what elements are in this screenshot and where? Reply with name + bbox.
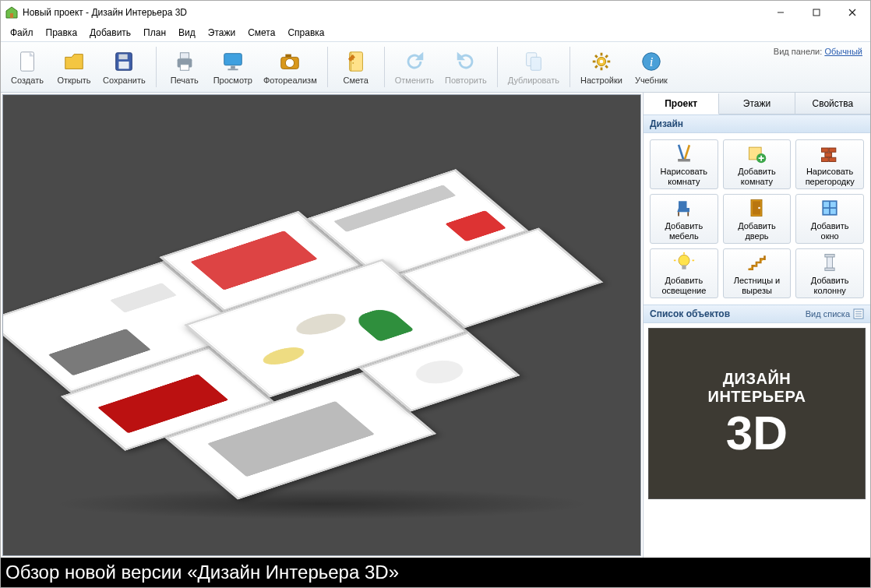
menu-view[interactable]: Вид [172, 26, 202, 40]
svg-rect-65 [825, 255, 834, 258]
svg-rect-9 [119, 55, 128, 60]
draw-partition-button[interactable]: Нарисоватьперегородку [795, 139, 864, 189]
section-design-header: Дизайн [644, 114, 870, 133]
svg-point-24 [352, 62, 354, 64]
maximize-button[interactable] [799, 1, 834, 24]
design-buttons-grid: НарисоватькомнатуДобавитькомнатуНарисова… [644, 133, 870, 305]
draw-room-button[interactable]: Нарисоватькомнату [650, 139, 718, 189]
menu-file[interactable]: Файл [4, 26, 40, 40]
door-icon [746, 197, 767, 219]
section-objects-title: Список объектов [650, 308, 730, 319]
svg-point-59 [679, 255, 689, 266]
main-area: Проект Этажи Свойства Дизайн Нарисоватьк… [1, 93, 870, 558]
caption-text: Обзор новой версии «Дизайн Интерьера 3D» [5, 562, 399, 583]
photoreal-label: Фотореализм [263, 76, 317, 85]
create-button[interactable]: Создать [4, 44, 51, 90]
menu-estimate[interactable]: Смета [242, 26, 281, 40]
main-toolbar: СоздатьОткрытьСохранитьПечатьПросмотрФот… [1, 41, 870, 93]
app-icon [5, 6, 18, 19]
svg-rect-20 [349, 52, 362, 71]
section-design-title: Дизайн [650, 118, 683, 129]
right-tabs: Проект Этажи Свойства [644, 93, 870, 114]
svg-point-55 [759, 207, 761, 209]
monitor-icon [220, 49, 245, 74]
tutorial-button[interactable]: iУчебник [628, 44, 675, 90]
file-icon [15, 49, 40, 74]
svg-rect-16 [227, 69, 238, 70]
redo-label: Повторить [445, 76, 487, 85]
3d-viewport[interactable] [2, 94, 641, 556]
menu-plan[interactable]: План [137, 26, 172, 40]
photoreal-button[interactable]: Фотореализм [258, 44, 323, 90]
redo-button: Повторить [439, 44, 492, 90]
menu-bar: Файл Правка Добавить План Вид Этажи Смет… [1, 24, 870, 41]
list-view-button[interactable] [853, 308, 864, 319]
stairs-cutout-label: Лестницы ивырезы [734, 276, 781, 294]
roomplus-icon [746, 143, 767, 164]
floppy-icon [111, 49, 136, 74]
add-room-button[interactable]: Добавитькомнату [723, 139, 792, 189]
thumb-line1: ДИЗАЙН [723, 370, 791, 388]
undo-icon [402, 49, 427, 74]
add-column-label: Добавитьколонну [811, 276, 849, 294]
wall-icon [819, 143, 841, 164]
promo-thumbnail[interactable]: ДИЗАЙН ИНТЕРЬЕРА 3D [648, 328, 866, 499]
print-button[interactable]: Печать [161, 44, 208, 90]
svg-rect-1 [10, 13, 13, 18]
svg-rect-50 [829, 158, 836, 162]
right-panel: Проект Этажи Свойства Дизайн Нарисоватьк… [643, 93, 870, 558]
add-door-label: Добавитьдверь [738, 221, 776, 240]
printer-icon [172, 49, 197, 74]
create-label: Создать [11, 76, 44, 85]
tools-icon [673, 143, 695, 164]
estimate-label: Смета [344, 76, 368, 85]
svg-point-18 [286, 58, 294, 67]
menu-add[interactable]: Добавить [83, 26, 137, 40]
svg-rect-13 [180, 65, 189, 71]
save-button[interactable]: Сохранить [97, 44, 151, 90]
notebook-icon [344, 49, 368, 74]
info-icon: i [639, 49, 664, 74]
settings-label: Настройки [580, 76, 622, 85]
svg-text:i: i [650, 55, 654, 69]
draw-partition-label: Нарисоватьперегородку [806, 167, 855, 185]
undo-button: Отменить [390, 44, 439, 90]
svg-rect-12 [180, 53, 189, 59]
panel-type: Вид панели: Обычный [774, 47, 862, 56]
folder-icon [62, 49, 86, 74]
svg-line-33 [595, 55, 598, 58]
add-window-button[interactable]: Добавитьокно [795, 194, 864, 244]
svg-rect-48 [825, 153, 832, 157]
minimize-button[interactable] [763, 1, 799, 24]
list-view-label: Вид списка [806, 309, 850, 319]
preview-button[interactable]: Просмотр [208, 44, 258, 90]
svg-rect-10 [119, 62, 129, 69]
add-lighting-label: Добавитьосвещение [661, 276, 706, 294]
tab-floors[interactable]: Этажи [719, 93, 795, 114]
svg-rect-46 [822, 148, 829, 152]
menu-edit[interactable]: Правка [40, 26, 84, 40]
save-label: Сохранить [103, 76, 146, 85]
stairs-cutout-button[interactable]: Лестницы ивырезы [723, 248, 792, 298]
settings-button[interactable]: Настройки [575, 44, 628, 90]
close-button[interactable] [834, 1, 870, 24]
column-icon [819, 252, 841, 273]
tab-properties[interactable]: Свойства [795, 93, 870, 114]
copy-icon [521, 49, 546, 74]
menu-help[interactable]: Справка [281, 26, 330, 40]
open-label: Открыть [57, 76, 90, 85]
menu-floors[interactable]: Этажи [202, 26, 242, 40]
svg-line-35 [605, 55, 608, 58]
svg-rect-14 [224, 54, 242, 65]
panel-type-link[interactable]: Обычный [824, 47, 862, 56]
svg-point-36 [600, 60, 604, 64]
add-window-label: Добавитьокно [811, 221, 849, 240]
add-column-button[interactable]: Добавитьколонну [795, 248, 864, 298]
add-furniture-button[interactable]: Добавитьмебель [650, 194, 718, 244]
tab-project[interactable]: Проект [644, 93, 719, 114]
add-lighting-button[interactable]: Добавитьосвещение [650, 248, 718, 298]
estimate-button[interactable]: Смета [333, 44, 379, 90]
add-door-button[interactable]: Добавитьдверь [723, 194, 792, 244]
open-button[interactable]: Открыть [51, 44, 97, 90]
undo-label: Отменить [395, 76, 434, 85]
